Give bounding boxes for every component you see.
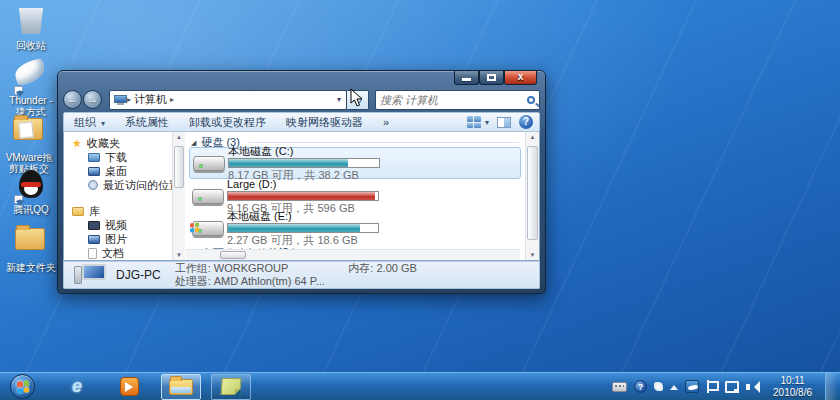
scroll-down-icon[interactable]: ▼ <box>173 252 185 258</box>
desktop-icon-label: 新建文件夹 <box>2 262 60 273</box>
change-view-button[interactable]: ▾ <box>467 116 489 128</box>
breadcrumb-arrow-icon: ▸ <box>127 95 131 104</box>
capacity-bar <box>228 158 380 168</box>
search-icon[interactable] <box>527 96 535 104</box>
sidebar-group-favorites[interactable]: ★收藏夹 <box>64 136 172 150</box>
desktop-icon <box>88 167 100 176</box>
sidebar-item-downloads[interactable]: 下载 <box>64 150 172 164</box>
action-center-flag-icon[interactable] <box>706 380 718 393</box>
mouse-cursor <box>350 88 363 107</box>
breadcrumb-arrow-icon: ▸ <box>170 95 174 104</box>
tray-app-icon[interactable] <box>654 382 663 391</box>
close-button[interactable]: x <box>504 71 537 85</box>
sidebar-item-pictures[interactable]: 图片 <box>64 232 172 246</box>
show-desktop-button[interactable] <box>825 373 836 400</box>
input-method-keyboard-icon[interactable] <box>612 382 627 392</box>
internet-explorer-icon: e <box>72 376 82 397</box>
desktop-icon-new-folder[interactable]: 新建文件夹 <box>2 222 60 273</box>
taskbar: e ? 10:11 2010/8/6 <box>0 372 840 400</box>
map-network-drive-button[interactable]: 映射网络驱动器 <box>276 115 373 130</box>
start-button[interactable] <box>10 374 35 399</box>
drive-item-e[interactable]: 本地磁盘 (E:) 2.27 GB 可用，共 18.6 GB <box>189 212 521 244</box>
tray-help-orb-icon[interactable]: ? <box>634 380 647 393</box>
minimize-icon <box>462 78 471 81</box>
scroll-up-icon[interactable]: ▲ <box>173 134 185 140</box>
clock-time: 10:11 <box>773 375 812 387</box>
sidebar-item-recent-places[interactable]: 最近访问的位置 <box>64 178 172 192</box>
forward-icon: → <box>87 93 98 105</box>
horizontal-scrollbar[interactable] <box>186 249 520 260</box>
address-bar[interactable]: ▸ 计算机 ▸ ▾ <box>109 90 347 110</box>
volume-icon[interactable] <box>746 381 760 393</box>
main-scrollbar-thumb[interactable] <box>527 146 538 240</box>
sidebar-item-documents[interactable]: 文档 <box>64 246 172 260</box>
maximize-icon <box>487 74 496 81</box>
sidebar-item-desktop[interactable]: 桌面 <box>64 164 172 178</box>
desktop-icon-recycle-bin[interactable]: 回收站 <box>2 4 60 51</box>
minimize-button[interactable] <box>454 71 479 85</box>
breadcrumb-computer[interactable]: 计算机 <box>134 92 167 107</box>
drive-item-d[interactable]: Large (D:) 9.16 GB 可用，共 596 GB <box>189 180 521 212</box>
desktop-icon-qq[interactable]: 腾讯QQ <box>2 168 60 215</box>
preview-pane-button[interactable] <box>497 117 511 128</box>
sticky-note-icon <box>220 378 241 395</box>
file-list: ◢ 硬盘 (3) 本地磁盘 (C:) 8.17 GB 可用，共 38.2 GB … <box>185 132 525 260</box>
scroll-down-icon[interactable]: ▼ <box>526 252 539 258</box>
videos-icon <box>88 221 100 230</box>
memory-label: 内存: 2.00 GB <box>348 262 416 275</box>
windows-flag-icon <box>190 222 199 232</box>
thunder-tray-icon[interactable] <box>685 380 699 393</box>
taskbar-sticky-notes-button[interactable] <box>211 374 251 400</box>
clock-date: 2010/8/6 <box>773 387 812 399</box>
breadcrumb[interactable]: ▸ 计算机 ▸ <box>127 92 334 107</box>
sidebar-scrollbar-thumb[interactable] <box>174 146 184 188</box>
group-expanded-icon: ◢ <box>191 139 196 147</box>
command-toolbar: 组织 ▾ 系统属性 卸载或更改程序 映射网络驱动器 » ▾ ? <box>63 112 540 132</box>
thunder-icon <box>15 61 47 93</box>
taskbar-clock[interactable]: 10:11 2010/8/6 <box>767 375 818 399</box>
vmware-folder-icon <box>13 118 45 150</box>
taskbar-ie-button[interactable]: e <box>57 374 97 400</box>
sidebar-group-libraries[interactable]: 库 <box>64 204 172 218</box>
taskbar-media-player-button[interactable] <box>109 374 149 400</box>
more-commands-button[interactable]: » <box>373 116 399 128</box>
window-body: ★收藏夹 下载 桌面 最近访问的位置 库 视频 图片 文档 迅雷下载 ♪音乐 ▲… <box>63 132 540 261</box>
desktop-icon-vmware[interactable]: VMware拖 剪贴板交 <box>0 112 58 174</box>
horizontal-scrollbar-thumb[interactable] <box>220 251 246 259</box>
show-hidden-icons-button[interactable] <box>670 381 678 390</box>
search-box[interactable] <box>375 90 540 110</box>
capacity-bar-fill <box>228 224 360 232</box>
scroll-up-icon[interactable]: ▲ <box>526 134 539 140</box>
computer-icon <box>74 264 108 286</box>
shortcut-arrow-icon <box>14 195 23 204</box>
views-icon <box>467 116 481 128</box>
drive-name: 本地磁盘 (E:) <box>227 210 521 222</box>
forward-button[interactable]: → <box>83 90 102 109</box>
maximize-button[interactable] <box>479 71 504 85</box>
network-icon[interactable] <box>725 381 739 393</box>
navigation-bar: ← → ▸ 计算机 ▸ ▾ ↻ <box>63 88 540 111</box>
sidebar-scrollbar[interactable]: ▲ ▼ <box>172 132 185 260</box>
help-button[interactable]: ? <box>519 115 533 129</box>
address-dropdown-icon[interactable]: ▾ <box>334 95 344 104</box>
drive-item-c[interactable]: 本地磁盘 (C:) 8.17 GB 可用，共 38.2 GB <box>189 147 521 179</box>
details-pane: DJG-PC 工作组: WORKGROUP 内存: 2.00 GB 处理器: A… <box>63 261 540 289</box>
star-icon: ★ <box>72 137 82 150</box>
desktop: 回收站 Thunder - 捷方式 VMware拖 剪贴板交 腾讯QQ 新建文件… <box>0 0 840 400</box>
taskbar-explorer-button[interactable] <box>161 374 201 400</box>
search-input[interactable] <box>380 94 527 106</box>
caption-buttons: x <box>454 71 537 85</box>
sidebar-item-videos[interactable]: 视频 <box>64 218 172 232</box>
media-player-icon <box>120 377 139 396</box>
navigation-pane: ★收藏夹 下载 桌面 最近访问的位置 库 视频 图片 文档 迅雷下载 ♪音乐 <box>64 132 172 260</box>
uninstall-program-button[interactable]: 卸载或更改程序 <box>179 115 276 130</box>
shortcut-arrow-icon <box>14 86 23 95</box>
main-scrollbar[interactable]: ▲ ▼ <box>525 132 539 260</box>
organize-button[interactable]: 组织 ▾ <box>64 115 115 130</box>
system-properties-button[interactable]: 系统属性 <box>115 115 179 130</box>
desktop-icon-thunder[interactable]: Thunder - 捷方式 <box>2 56 60 117</box>
windows-flag-icon <box>17 380 29 394</box>
documents-icon <box>88 248 97 259</box>
back-button[interactable]: ← <box>63 90 82 109</box>
downloads-icon <box>88 153 100 162</box>
